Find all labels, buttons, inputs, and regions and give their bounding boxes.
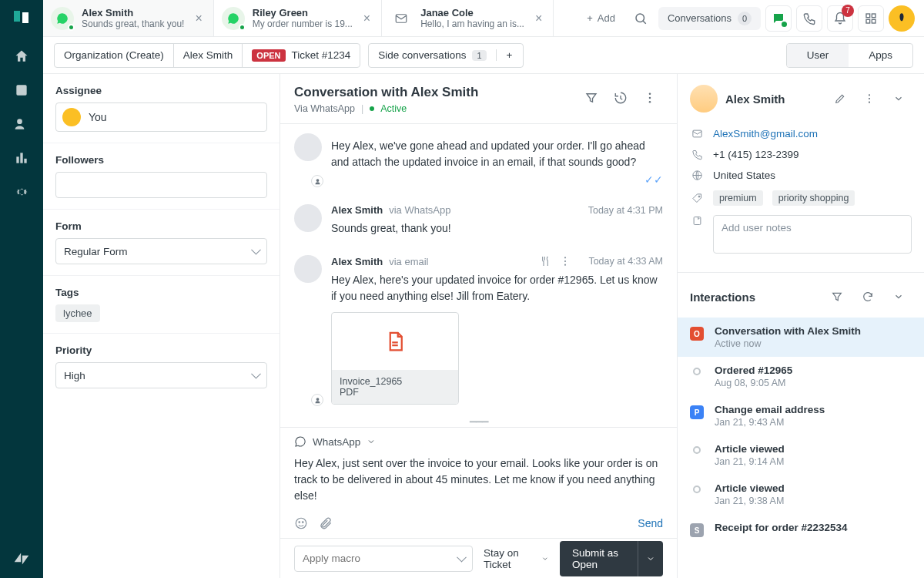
channel-badge-icon — [311, 394, 323, 406]
composer-channel-picker[interactable]: WhatsApp — [280, 428, 677, 451]
form-select[interactable] — [55, 238, 267, 264]
followers-input[interactable] — [55, 172, 267, 198]
svg-rect-4 — [16, 156, 18, 163]
conversations-pill[interactable]: Conversations 0 — [658, 7, 761, 30]
more-icon[interactable] — [637, 85, 663, 111]
apps-grid-icon[interactable] — [858, 5, 884, 32]
edit-icon[interactable] — [827, 86, 853, 112]
macro-select[interactable] — [294, 546, 473, 572]
assignee-avatar — [62, 108, 81, 126]
close-icon[interactable]: × — [532, 9, 545, 28]
search-icon[interactable] — [628, 5, 654, 32]
side-conv-add[interactable]: + — [497, 49, 523, 61]
emoji-icon[interactable] — [294, 516, 308, 530]
refresh-icon[interactable] — [855, 284, 881, 310]
profile-avatar[interactable] — [889, 5, 915, 32]
status-tag: OPEN — [252, 49, 285, 62]
conversation-title: Conversation with Alex Smith — [294, 85, 478, 100]
nav-customers-icon[interactable] — [13, 116, 30, 133]
tab-user[interactable]: User — [787, 44, 849, 67]
assignee-picker[interactable]: You — [55, 102, 267, 132]
filter-icon[interactable] — [578, 85, 604, 111]
side-count: 1 — [472, 50, 486, 61]
nav-settings-icon[interactable] — [13, 183, 30, 200]
interaction-item[interactable]: O Conversation with Alex Smith Active no… — [678, 318, 924, 357]
attach-icon[interactable] — [319, 516, 333, 530]
svg-point-24 — [869, 94, 870, 96]
interaction-item[interactable]: Article viewed Jan 21, 9:14 AM — [678, 435, 924, 475]
tab-name: Riley Green — [253, 7, 353, 18]
submit-caret[interactable] — [638, 541, 663, 576]
more-icon[interactable] — [856, 86, 882, 112]
user-info: AlexSmith@gmail.com +1 (415) 123-2399 Un… — [678, 123, 924, 267]
tab-name: Janae Cole — [420, 7, 524, 18]
user-tag[interactable]: premium — [713, 190, 763, 206]
user-phone: +1 (415) 123-2399 — [713, 149, 798, 160]
history-icon[interactable] — [608, 85, 634, 111]
channel-badge-icon — [311, 175, 323, 187]
side-label: Side conversations — [378, 49, 466, 61]
tab-alex[interactable]: Alex Smith Sounds great, thank you! × — [43, 0, 214, 36]
chevron-down-icon[interactable] — [886, 86, 912, 112]
tag-chip[interactable]: lychee — [55, 304, 100, 322]
svg-point-14 — [649, 97, 651, 99]
message-author: Alex Smith — [331, 204, 383, 216]
svg-rect-12 — [872, 19, 875, 23]
assignee-label: Assignee — [55, 85, 267, 96]
resize-handle[interactable]: ━━━ — [280, 416, 677, 427]
conversations-label: Conversations — [668, 12, 732, 24]
interaction-item[interactable]: Ordered #12965 Aug 08, 9:05 AM — [678, 357, 924, 396]
chevron-down-icon[interactable] — [886, 284, 912, 310]
message-text: Hey Alex, we've gone ahead and updated y… — [331, 138, 663, 170]
message-ts: Today at 4:33 AM — [588, 256, 663, 267]
send-button[interactable]: Send — [638, 517, 663, 529]
crumb-ticket[interactable]: OPEN Ticket #1234 — [243, 44, 360, 67]
user-notes-input[interactable]: Add user notes — [713, 215, 912, 254]
email-icon — [690, 128, 704, 139]
chat-status-icon[interactable] — [765, 5, 792, 32]
svg-point-21 — [296, 518, 306, 529]
composer-textarea[interactable] — [280, 451, 677, 511]
crumb-org[interactable]: Organization (Create) — [55, 44, 174, 67]
close-icon[interactable]: × — [192, 9, 205, 28]
stay-on-ticket[interactable]: Stay on Ticket — [484, 547, 549, 570]
tab-apps[interactable]: Apps — [849, 44, 912, 67]
breadcrumb-bar: Organization (Create) Alex Smith OPEN Ti… — [43, 37, 924, 74]
priority-select[interactable] — [55, 362, 267, 388]
crumb-user[interactable]: Alex Smith — [174, 44, 243, 67]
submit-main[interactable]: Submit as Open — [560, 541, 638, 576]
interaction-item[interactable]: P Change email address Jan 21, 9:43 AM — [678, 396, 924, 435]
close-icon[interactable]: × — [360, 9, 373, 28]
svg-rect-27 — [692, 130, 701, 137]
interaction-title: Article viewed — [715, 443, 785, 455]
interactions-list: O Conversation with Alex Smith Active no… — [678, 318, 924, 578]
nav-reports-icon[interactable] — [13, 150, 30, 166]
nav-zendesk-icon[interactable] — [13, 550, 30, 567]
side-conversations: Side conversations 1 + — [368, 43, 523, 68]
nav-views-icon[interactable] — [13, 82, 30, 99]
user-email[interactable]: AlexSmith@gmail.com — [713, 128, 818, 139]
message-via: via WhatsApp — [389, 204, 450, 216]
user-tag[interactable]: priority shopping — [772, 190, 855, 206]
attachment-card[interactable]: Invoice_12965 PDF — [331, 312, 459, 405]
side-conv-button[interactable]: Side conversations 1 — [369, 49, 496, 61]
message-author: Alex Smith — [331, 256, 383, 267]
tabs: Alex Smith Sounds great, thank you! × Ri… — [43, 0, 554, 36]
message-more-icon[interactable] — [559, 255, 571, 267]
status-dot — [68, 24, 75, 31]
avatar — [294, 255, 322, 283]
svg-rect-7 — [396, 14, 407, 22]
tab-janae[interactable]: Janae Cole Hello, I am having an is... × — [382, 0, 554, 36]
interaction-item[interactable]: S Receipt for order #2232534 — [678, 514, 924, 545]
tab-riley[interactable]: Riley Green My order number is 19... × — [214, 0, 382, 36]
svg-point-29 — [698, 196, 700, 197]
nav-home-icon[interactable] — [13, 48, 30, 65]
add-tab-button[interactable]: + Add — [579, 12, 623, 24]
tab-name: Alex Smith — [82, 7, 184, 18]
interaction-item[interactable]: Article viewed Jan 21, 9:38 AM — [678, 475, 924, 514]
phone-icon[interactable] — [796, 5, 822, 32]
filter-icon[interactable] — [824, 284, 850, 310]
tags-label: Tags — [55, 287, 267, 298]
tab-sub: Hello, I am having an is... — [420, 18, 524, 29]
bell-icon[interactable]: 7 — [827, 5, 853, 32]
